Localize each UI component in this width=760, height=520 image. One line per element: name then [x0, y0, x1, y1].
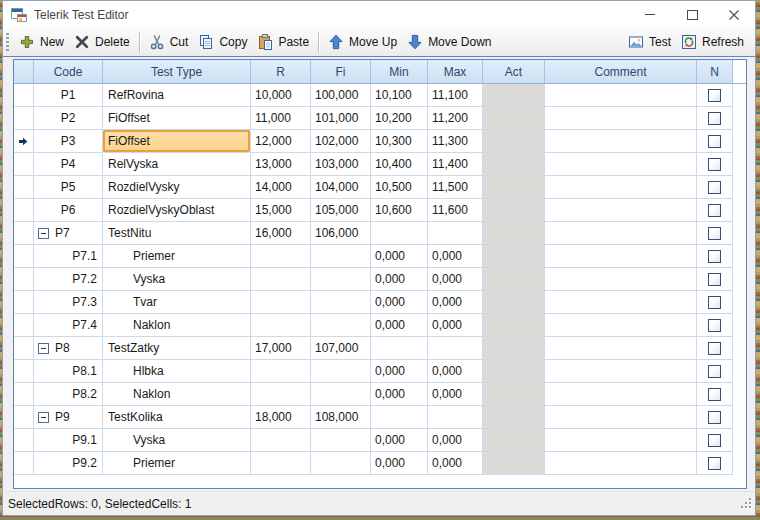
cell-fi[interactable]: 100,000	[311, 84, 371, 107]
toolbar-grip[interactable]	[6, 33, 9, 52]
checkbox[interactable]	[708, 227, 721, 240]
cell-comment[interactable]	[545, 291, 697, 314]
cell-comment[interactable]	[545, 337, 697, 360]
cell-r[interactable]: 13,000	[251, 153, 311, 176]
test-button[interactable]: Test	[623, 32, 676, 52]
row-selector[interactable]	[14, 176, 34, 199]
cell-min[interactable]: 10,100	[371, 84, 428, 107]
cell-n[interactable]	[697, 107, 733, 130]
checkbox[interactable]	[708, 158, 721, 171]
row-selector[interactable]	[14, 222, 34, 245]
new-button[interactable]: New	[14, 32, 69, 52]
row-selector[interactable]	[14, 429, 34, 452]
checkbox[interactable]	[708, 411, 721, 424]
cell-max[interactable]: 0,000	[428, 314, 483, 337]
cell-n[interactable]	[697, 245, 733, 268]
cell-fi[interactable]: 103,000	[311, 153, 371, 176]
checkbox[interactable]	[708, 296, 721, 309]
cell-n[interactable]	[697, 314, 733, 337]
cell-code[interactable]: P7.4	[34, 314, 103, 337]
column-header-r[interactable]: R	[251, 60, 311, 84]
cell-fi[interactable]	[311, 452, 371, 475]
cell-r[interactable]: 14,000	[251, 176, 311, 199]
cell-fi[interactable]	[311, 429, 371, 452]
row-selector[interactable]	[14, 245, 34, 268]
cut-button[interactable]: Cut	[144, 32, 194, 52]
cell-r[interactable]: 18,000	[251, 406, 311, 429]
column-header-test-type[interactable]: Test Type	[103, 60, 251, 84]
cell-comment[interactable]	[545, 314, 697, 337]
cell-min[interactable]: 0,000	[371, 360, 428, 383]
cell-act[interactable]	[483, 314, 545, 337]
cell-n[interactable]	[697, 291, 733, 314]
cell-r[interactable]	[251, 291, 311, 314]
cell-r[interactable]: 15,000	[251, 199, 311, 222]
cell-code[interactable]: P9.1	[34, 429, 103, 452]
cell-min[interactable]: 0,000	[371, 268, 428, 291]
row-selector[interactable]	[14, 268, 34, 291]
cell-test-type[interactable]: RozdielVyskyOblast	[103, 199, 251, 222]
cell-comment[interactable]	[545, 268, 697, 291]
column-header-n[interactable]: N	[697, 60, 733, 84]
cell-act[interactable]	[483, 406, 545, 429]
cell-n[interactable]	[697, 130, 733, 153]
cell-code[interactable]: P8	[34, 337, 103, 360]
cell-r[interactable]: 17,000	[251, 337, 311, 360]
cell-min[interactable]: 0,000	[371, 291, 428, 314]
cell-act[interactable]	[483, 130, 545, 153]
copy-button[interactable]: Copy	[193, 32, 252, 52]
cell-act[interactable]	[483, 176, 545, 199]
cell-n[interactable]	[697, 406, 733, 429]
column-header-min[interactable]: Min	[371, 60, 428, 84]
cell-n[interactable]	[697, 222, 733, 245]
cell-act[interactable]	[483, 107, 545, 130]
cell-test-type[interactable]: FiOffset	[103, 130, 251, 153]
cell-act[interactable]	[483, 429, 545, 452]
cell-r[interactable]	[251, 383, 311, 406]
column-header-max[interactable]: Max	[428, 60, 483, 84]
cell-fi[interactable]: 107,000	[311, 337, 371, 360]
cell-code[interactable]: P4	[34, 153, 103, 176]
row-selector[interactable]	[14, 360, 34, 383]
cell-act[interactable]	[483, 291, 545, 314]
delete-button[interactable]: Delete	[69, 32, 135, 52]
resize-grip-icon[interactable]	[740, 497, 753, 513]
close-button[interactable]	[713, 1, 755, 28]
cell-code[interactable]: P7.1	[34, 245, 103, 268]
cell-code[interactable]: P2	[34, 107, 103, 130]
cell-max[interactable]: 11,500	[428, 176, 483, 199]
checkbox[interactable]	[708, 273, 721, 286]
cell-max[interactable]: 0,000	[428, 383, 483, 406]
cell-test-type[interactable]: Tvar	[103, 291, 251, 314]
cell-r[interactable]	[251, 360, 311, 383]
cell-n[interactable]	[697, 452, 733, 475]
cell-fi[interactable]	[311, 291, 371, 314]
cell-min[interactable]: 0,000	[371, 314, 428, 337]
cell-act[interactable]	[483, 268, 545, 291]
row-selector[interactable]	[14, 84, 34, 107]
minimize-button[interactable]	[629, 1, 671, 28]
cell-min[interactable]	[371, 222, 428, 245]
cell-test-type[interactable]: RozdielVysky	[103, 176, 251, 199]
cell-n[interactable]	[697, 84, 733, 107]
row-selector[interactable]	[14, 383, 34, 406]
cell-fi[interactable]: 101,000	[311, 107, 371, 130]
cell-test-type[interactable]: RelVyska	[103, 153, 251, 176]
cell-act[interactable]	[483, 84, 545, 107]
cell-code[interactable]: P1	[34, 84, 103, 107]
cell-max[interactable]: 0,000	[428, 268, 483, 291]
cell-min[interactable]: 10,600	[371, 199, 428, 222]
cell-min[interactable]: 0,000	[371, 452, 428, 475]
cell-code[interactable]: P3	[34, 130, 103, 153]
cell-comment[interactable]	[545, 360, 697, 383]
cell-n[interactable]	[697, 337, 733, 360]
cell-r[interactable]: 12,000	[251, 130, 311, 153]
cell-r[interactable]	[251, 452, 311, 475]
cell-test-type[interactable]: Hlbka	[103, 360, 251, 383]
cell-act[interactable]	[483, 452, 545, 475]
column-header-act[interactable]: Act	[483, 60, 545, 84]
cell-act[interactable]	[483, 360, 545, 383]
cell-max[interactable]: 0,000	[428, 429, 483, 452]
cell-n[interactable]	[697, 176, 733, 199]
row-selector[interactable]	[14, 199, 34, 222]
